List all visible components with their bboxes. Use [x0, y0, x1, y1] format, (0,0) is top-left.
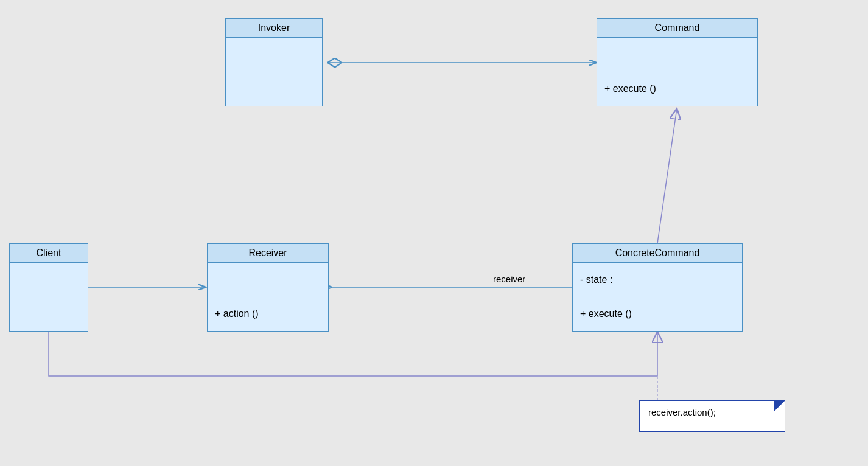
diagram-container: Command (aggregation, horizontal) --> Co…	[0, 0, 868, 466]
command-class: Command + execute ()	[597, 18, 758, 106]
concrete-command-class-name: ConcreteCommand	[573, 244, 742, 263]
concrete-command-state-section: - state :	[573, 263, 742, 297]
svg-line-3	[657, 108, 677, 243]
command-section-1	[597, 38, 757, 72]
receiver-class-name: Receiver	[208, 244, 328, 263]
client-class-name: Client	[10, 244, 88, 263]
client-section-1	[10, 263, 88, 297]
invoker-class-name: Invoker	[226, 19, 322, 38]
invoker-section-2	[226, 72, 322, 106]
client-section-2	[10, 297, 88, 332]
invoker-section-1	[226, 38, 322, 72]
receiver-class: Receiver + action ()	[207, 243, 329, 332]
command-execute-section: + execute ()	[597, 72, 757, 106]
note-box: receiver.action();	[639, 400, 785, 432]
receiver-action-section: + action ()	[208, 297, 328, 332]
receiver-label: receiver	[493, 274, 525, 284]
note-text: receiver.action();	[648, 407, 716, 417]
command-class-name: Command	[597, 19, 757, 38]
concrete-command-class: ConcreteCommand - state : + execute ()	[572, 243, 743, 332]
invoker-class: Invoker	[225, 18, 323, 106]
client-class: Client	[9, 243, 88, 332]
concrete-command-execute-section: + execute ()	[573, 297, 742, 332]
receiver-section-1	[208, 263, 328, 297]
